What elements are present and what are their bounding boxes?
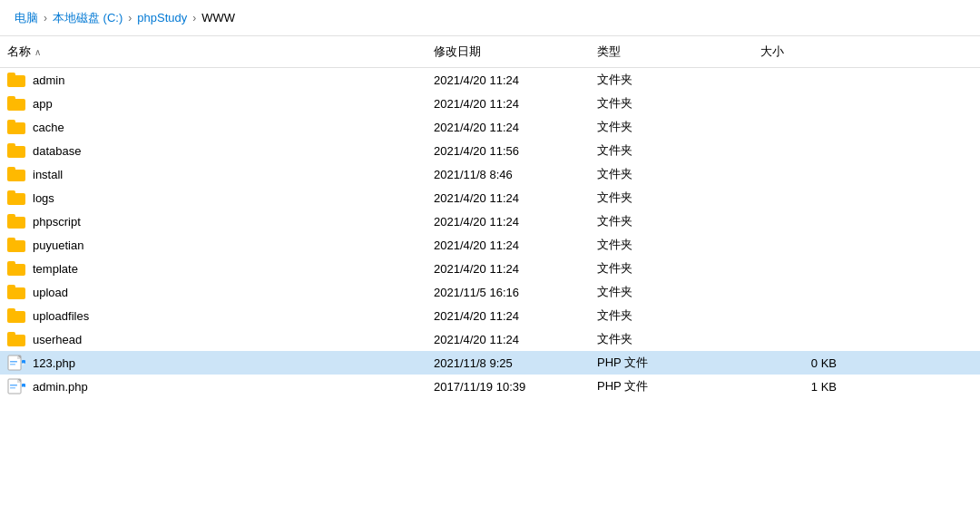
file-name-cell: upload [0, 283, 426, 301]
file-modified: 2021/4/20 11:24 [426, 307, 590, 325]
breadcrumb-computer[interactable]: 电脑 [15, 10, 38, 26]
file-name-cell: P admin.php [0, 376, 426, 396]
file-name-cell: P 123.php [0, 353, 426, 373]
header-type[interactable]: 类型 [590, 40, 753, 63]
file-size [753, 219, 844, 223]
file-type: 文件夹 [590, 211, 753, 231]
file-size [753, 290, 844, 294]
file-size [753, 149, 844, 152]
folder-icon [7, 73, 25, 87]
table-row[interactable]: P 123.php2021/11/8 9:25PHP 文件0 KB [0, 351, 980, 375]
table-row[interactable]: puyuetian2021/4/20 11:24文件夹 [0, 233, 980, 257]
file-size: 1 KB [753, 378, 844, 395]
file-modified: 2021/4/20 11:24 [426, 260, 590, 277]
folder-icon [7, 238, 25, 252]
table-row[interactable]: cache2021/4/20 11:24文件夹 [0, 115, 980, 139]
file-name-cell: database [0, 141, 426, 160]
file-name-text: cache [33, 121, 64, 134]
file-size [753, 337, 844, 341]
file-modified: 2017/11/19 10:39 [426, 378, 590, 395]
file-type: 文件夹 [590, 93, 753, 113]
header-size[interactable]: 大小 [753, 40, 844, 63]
table-row[interactable]: logs2021/4/20 11:24文件夹 [0, 186, 980, 209]
file-type: 文件夹 [590, 141, 753, 161]
file-name-cell: puyuetian [0, 236, 426, 254]
file-name-cell: template [0, 259, 426, 277]
file-name-text: phpscript [33, 215, 81, 229]
file-type: 文件夹 [590, 329, 753, 349]
file-modified: 2021/4/20 11:24 [426, 213, 590, 230]
file-name-text: uploadfiles [33, 309, 89, 323]
file-name-text: app [33, 97, 53, 111]
file-name-cell: cache [0, 118, 426, 136]
file-name-text: admin.php [33, 380, 88, 394]
file-name-cell: admin [0, 71, 426, 89]
file-explorer: 名称 ∧ 修改日期 类型 大小 admin2021/4/20 11:24文件夹a… [0, 36, 980, 516]
table-row[interactable]: upload2021/11/5 16:16文件夹 [0, 280, 980, 304]
file-name-cell: install [0, 165, 426, 183]
table-row[interactable]: admin2021/4/20 11:24文件夹 [0, 68, 980, 92]
folder-icon [7, 214, 25, 229]
svg-rect-4 [10, 364, 15, 365]
file-modified: 2021/4/20 11:24 [426, 119, 590, 136]
file-modified: 2021/4/20 11:24 [426, 237, 590, 254]
file-name-text: admin [33, 73, 64, 87]
folder-icon [7, 332, 25, 346]
file-size [753, 267, 844, 270]
file-name-text: puyuetian [33, 239, 83, 252]
breadcrumb-cdrive[interactable]: 本地磁盘 (C:) [53, 10, 122, 26]
folder-icon [7, 285, 25, 299]
file-modified: 2021/11/8 9:25 [426, 355, 590, 372]
table-row[interactable]: database2021/4/20 11:56文件夹 [0, 139, 980, 162]
table-row[interactable]: app2021/4/20 11:24文件夹 [0, 92, 980, 115]
file-modified: 2021/11/8 8:46 [426, 166, 590, 183]
file-type: 文件夹 [590, 70, 753, 90]
table-row[interactable]: phpscript2021/4/20 11:24文件夹 [0, 209, 980, 233]
svg-rect-3 [10, 361, 17, 363]
file-type: 文件夹 [590, 235, 753, 255]
php-file-icon: P [7, 378, 25, 394]
file-size [753, 172, 844, 176]
header-modified[interactable]: 修改日期 [426, 40, 590, 63]
file-name-cell: app [0, 94, 426, 112]
file-modified: 2021/4/20 11:56 [426, 142, 590, 160]
breadcrumb-bar: 电脑 › 本地磁盘 (C:) › phpStudy › WWW [0, 0, 980, 36]
file-size: 0 KB [753, 355, 844, 372]
file-name-cell: uploadfiles [0, 307, 426, 325]
file-name-text: logs [33, 191, 54, 205]
file-size [753, 243, 844, 247]
breadcrumb-sep-2: › [192, 12, 196, 24]
breadcrumb-www: WWW [201, 11, 235, 24]
file-size [753, 314, 844, 317]
file-modified: 2021/4/20 11:24 [426, 95, 590, 112]
file-size [753, 125, 844, 129]
file-name-text: template [33, 262, 78, 276]
file-size [753, 196, 844, 200]
folder-icon [7, 120, 25, 134]
header-name[interactable]: 名称 ∧ [0, 40, 426, 63]
file-name-text: upload [33, 286, 68, 299]
file-size [753, 102, 844, 105]
folder-icon [7, 96, 25, 111]
file-modified: 2021/4/20 11:24 [426, 331, 590, 348]
svg-rect-11 [10, 387, 15, 389]
table-row[interactable]: uploadfiles2021/4/20 11:24文件夹 [0, 304, 980, 327]
folder-icon [7, 190, 25, 205]
file-type: PHP 文件 [590, 353, 753, 373]
file-name-cell: userhead [0, 330, 426, 348]
table-header: 名称 ∧ 修改日期 类型 大小 [0, 36, 980, 68]
file-name-cell: logs [0, 189, 426, 207]
table-row[interactable]: userhead2021/4/20 11:24文件夹 [0, 327, 980, 351]
table-row[interactable]: install2021/11/8 8:46文件夹 [0, 162, 980, 186]
folder-icon [7, 167, 25, 181]
breadcrumb-sep-1: › [128, 12, 132, 24]
file-name-text: 123.php [33, 356, 75, 370]
file-list: admin2021/4/20 11:24文件夹app2021/4/20 11:2… [0, 68, 980, 516]
table-row[interactable]: template2021/4/20 11:24文件夹 [0, 257, 980, 280]
file-type: PHP 文件 [590, 376, 753, 396]
breadcrumb-phpstudy[interactable]: phpStudy [137, 11, 187, 24]
folder-icon [7, 143, 25, 158]
table-row[interactable]: P admin.php2017/11/19 10:39PHP 文件1 KB [0, 375, 980, 398]
php-file-icon: P [7, 355, 25, 371]
svg-rect-10 [10, 385, 17, 386]
